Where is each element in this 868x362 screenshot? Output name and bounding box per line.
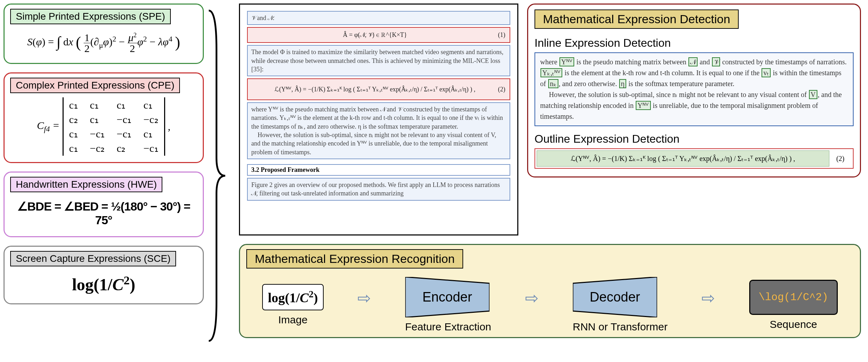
decoder-block: Decoder	[573, 277, 657, 317]
detection-panel-wrap: Mathematical Expression Detection Inline…	[527, 4, 861, 177]
t1g: , and zero otherwise.	[559, 80, 619, 88]
inline-hl-4: Yₖ,ₜᴺⱽ	[540, 68, 562, 77]
paper-para2a: where Yᴺⱽ is the pseudo matching matrix …	[251, 106, 503, 130]
m13: −c₂	[143, 113, 158, 125]
m01: c₁	[90, 99, 105, 111]
pipeline-decoder-stage: Decoder RNN or Transformer	[573, 277, 668, 333]
inline-hl-8: V	[809, 90, 817, 99]
inline-hl-9: Yᴺⱽ	[636, 101, 650, 110]
m00: c₁	[69, 99, 78, 111]
paper-para1: The model Φ is trained to maximize the s…	[247, 45, 510, 76]
sce-tag: Screen Capture Expressions (SCE)	[10, 251, 176, 266]
inline-hl-7: η	[619, 79, 626, 88]
pipeline-output-text: \log(1/C^2)	[749, 280, 838, 315]
paper-eq2-body: ℒ(Yᴺⱽ, Â) = −(1/K) Σₖ₌₁ᴷ log ( Σₜ₌₁ᵀ Yₖ,…	[252, 85, 498, 93]
pipeline-encoder-label: Feature Extraction	[405, 321, 491, 333]
t2a: However, the solution is sub-optimal, si…	[549, 91, 809, 98]
inline-hl-6: nₖ	[548, 79, 558, 88]
pipeline-encoder-stage: Encoder Feature Extraction	[405, 277, 491, 333]
inline-hl-2: 𝒩	[688, 57, 698, 66]
inline-detection-box: where Yᴺⱽ is the pseudo matching matrix …	[535, 52, 854, 126]
cpe-matrix: c₁ c₁ c₁ c₁ c₂ c₁ −c₁ −c₂ c₁ −c₁ −c₁ c₁ …	[63, 97, 165, 156]
t1c: and	[698, 58, 712, 66]
t1b: is the pseudo matching matrix between	[575, 58, 688, 66]
paper-eq1-body: Â = φ(𝒩, 𝒱) ∈ ℝ^{K×T}	[252, 31, 498, 39]
recognition-pipeline: log(1/C2) Image ⇨ Encoder Feature Extrac…	[246, 277, 854, 333]
m32: c₂	[117, 142, 131, 154]
m30: c₁	[69, 142, 78, 154]
outline-eq: ℒ(Yᴺⱽ, Â) = −(1/K) Σₖ₌₁ᴷ log ( Σₜ₌₁ᵀ Yₖ,…	[537, 150, 829, 167]
pipeline-output-label: Sequence	[749, 318, 838, 330]
m23: c₁	[143, 128, 158, 140]
paper-para2: where Yᴺⱽ is the pseudo matching matrix …	[247, 102, 510, 159]
m21: −c₁	[90, 128, 105, 140]
pipeline-image-stage: log(1/C2) Image	[262, 284, 323, 326]
t1h: is the softmax temperature parameter.	[627, 80, 734, 88]
spe-card: Simple Printed Expressions (SPE) S(φ) = …	[4, 4, 204, 64]
m22: −c₁	[117, 128, 131, 140]
m12: −c₁	[117, 113, 131, 125]
sce-expression: log(1/C2)	[10, 271, 197, 297]
m03: c₁	[143, 99, 158, 111]
m10: c₂	[69, 113, 78, 125]
paper-eq2-num: (2)	[498, 86, 505, 93]
m31: −c₂	[90, 142, 105, 154]
pipeline-output-stage: \log(1/C^2) Sequence	[749, 280, 838, 330]
m20: c₁	[69, 128, 78, 140]
arrow-icon: ⇨	[699, 289, 717, 308]
recognition-title: Mathematical Expression Recognition	[246, 249, 463, 269]
outline-detection-heading: Outline Expression Detection	[535, 132, 854, 146]
paper-eq1-num: (1)	[498, 31, 505, 39]
outline-detection-box: ℒ(Yᴺⱽ, Â) = −(1/K) Σₖ₌₁ᴷ log ( Σₜ₌₁ᵀ Yₖ,…	[535, 148, 854, 169]
m11: c₁	[90, 113, 105, 125]
spe-tag: Simple Printed Expressions (SPE)	[10, 9, 171, 24]
outline-eq-num: (2)	[829, 155, 851, 163]
inline-hl-1: Yᴺⱽ	[559, 57, 574, 66]
cpe-expression: Cf4 = c₁ c₁ c₁ c₁ c₂ c₁ −c₁ −c₂ c₁ −c₁ −…	[10, 97, 197, 156]
m33: −c₁	[143, 142, 158, 154]
paper-para3: Figure 2 gives an overview of our propos…	[247, 178, 510, 201]
paper-para2b: However, the solution is sub-optimal, si…	[251, 131, 496, 156]
inline-detection-heading: Inline Expression Detection	[535, 37, 854, 50]
recognition-panel: Mathematical Expression Recognition log(…	[239, 244, 861, 338]
t1a: where	[540, 58, 559, 66]
t1e: is the element at the k-th row and t-th …	[563, 69, 761, 77]
hwe-expression: ∠BDE = ∠BED = ½(180° − 30°) = 75°	[10, 196, 197, 230]
t1d: constructed by the timestamps of narrati…	[720, 58, 847, 66]
paper-eq1: Â = φ(𝒩, 𝒱) ∈ ℝ^{K×T} (1)	[247, 27, 510, 43]
decoder-label-text: Decoder	[573, 277, 657, 317]
sce-card: Screen Capture Expressions (SCE) log(1/C…	[4, 246, 204, 304]
inline-hl-3: 𝒱	[712, 57, 720, 66]
encoder-label-text: Encoder	[405, 277, 490, 317]
detection-panel: Mathematical Expression Detection Inline…	[527, 4, 861, 177]
paper-eq2: ℒ(Yᴺⱽ, Â) = −(1/K) Σₖ₌₁ᴷ log ( Σₜ₌₁ᵀ Yₖ,…	[247, 78, 510, 100]
pipeline-image-expr: log(1/C2)	[262, 284, 323, 310]
arrow-icon: ⇨	[523, 289, 541, 308]
spe-expression: S(φ) = ∫ dx ( 1 2 (∂μφ)2 − μ2 2 φ2 − λφ4…	[10, 28, 197, 57]
hwe-tag: Handwritten Expressions (HWE)	[10, 177, 162, 192]
inline-hl-5: vₜ	[762, 68, 771, 77]
cpe-card: Complex Printed Expressions (CPE) Cf4 = …	[4, 72, 204, 163]
brace-icon	[206, 7, 227, 344]
encoder-block: Encoder	[405, 277, 490, 317]
arrow-icon: ⇨	[355, 289, 373, 308]
m02: c₁	[117, 99, 131, 111]
pipeline-decoder-label: RNN or Transformer	[573, 321, 668, 333]
expression-categories: Simple Printed Expressions (SPE) S(φ) = …	[4, 4, 204, 313]
paper-excerpt: 𝒱 and 𝒩: Â = φ(𝒩, 𝒱) ∈ ℝ^{K×T} (1) The m…	[239, 4, 518, 235]
pipeline-image-label: Image	[262, 314, 323, 326]
paper-section-heading: 3.2 Proposed Framework	[247, 164, 510, 176]
paper-text-vn: 𝒱 and 𝒩:	[247, 11, 510, 25]
detection-title: Mathematical Expression Detection	[535, 9, 739, 29]
cpe-trail: ,	[168, 121, 171, 132]
hwe-card: Handwritten Expressions (HWE) ∠BDE = ∠BE…	[4, 172, 204, 237]
cpe-tag: Complex Printed Expressions (CPE)	[10, 78, 180, 93]
